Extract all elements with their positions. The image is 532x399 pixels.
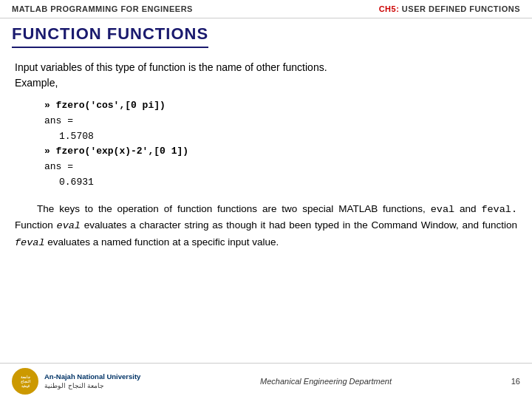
para-text2: and [454, 203, 481, 214]
code-block: » fzero('cos',[0 pi]) ans = 1.5708 » fze… [44, 98, 517, 191]
code-line-5: ans = [44, 160, 517, 175]
intro-line2: Example, [15, 77, 58, 89]
footer-department: Mechanical Engineering Department [260, 377, 392, 386]
para-feval2: feval [15, 237, 45, 248]
para-text4: evaluates a character string as though i… [81, 219, 517, 231]
section-title-area: FUNCTION FUNCTIONS [0, 18, 532, 52]
para-text5: evaluates a named function at a specific… [45, 236, 279, 248]
footer-page-number: 16 [511, 377, 520, 386]
para-eval2: eval [57, 220, 81, 231]
header-right-text: USER DEFINED FUNCTIONS [399, 4, 520, 13]
header: MATLAB PROGRAMMING FOR ENGINEERS CH5: US… [0, 0, 532, 18]
intro-line1: Input variables of this type of function… [15, 61, 327, 73]
para-text1: The keys to the operation of function fu… [37, 203, 431, 214]
svg-text:الوطنية: الوطنية [21, 384, 30, 388]
header-accent: CH5: [379, 4, 400, 13]
para-feval1: feval. [481, 204, 517, 215]
university-name: An-Najah National University [44, 372, 140, 381]
header-right-title: CH5: USER DEFINED FUNCTIONS [379, 4, 520, 13]
para-text3: Function [15, 219, 57, 231]
code-line-6: 0.6931 [44, 175, 517, 191]
footer-logo-area: جامعة النجاح الوطنية An-Najah National U… [12, 368, 140, 395]
arabic-university-name: جامعة النجاح الوطنية [44, 381, 140, 391]
para-eval1: eval [431, 204, 454, 215]
code-line-3: 1.5708 [44, 129, 517, 145]
svg-text:جامعة: جامعة [21, 375, 30, 379]
logo-icon: جامعة النجاح الوطنية [12, 368, 38, 395]
footer-logo-text: An-Najah National University جامعة النجا… [44, 372, 140, 391]
footer: جامعة النجاح الوطنية An-Najah National U… [0, 363, 532, 399]
section-heading: FUNCTION FUNCTIONS [12, 24, 208, 48]
main-content: Input variables of this type of function… [0, 52, 532, 259]
intro-paragraph: Input variables of this type of function… [15, 60, 517, 91]
code-line-2: ans = [44, 114, 517, 129]
header-left-title: MATLAB PROGRAMMING FOR ENGINEERS [12, 4, 193, 13]
body-paragraph: The keys to the operation of function fu… [15, 201, 517, 251]
code-line-1: » fzero('cos',[0 pi]) [44, 98, 517, 114]
code-line-4: » fzero('exp(x)-2',[0 1]) [44, 144, 517, 160]
